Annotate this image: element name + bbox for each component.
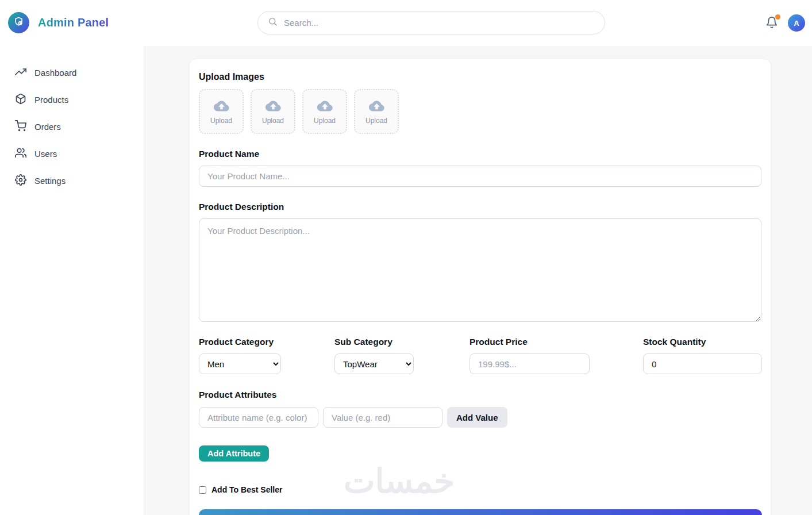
- add-product-card: Upload Images Upload Upload: [190, 59, 771, 515]
- upload-slot-label: Upload: [365, 117, 387, 125]
- search-icon: [268, 17, 278, 29]
- upload-slot-1[interactable]: Upload: [199, 89, 244, 134]
- cloud-upload-icon: [265, 98, 281, 116]
- trending-up-icon: [15, 66, 26, 79]
- category-price-row: Product Category Men Sub Category TopWea…: [199, 337, 761, 374]
- attribute-value-input[interactable]: [323, 407, 442, 428]
- upload-slot-4[interactable]: Upload: [354, 89, 399, 134]
- sub-category-label: Sub Category: [334, 337, 470, 347]
- cloud-upload-icon: [317, 98, 333, 116]
- upload-images-heading: Upload Images: [199, 72, 761, 82]
- upload-slot-label: Upload: [210, 117, 232, 125]
- users-icon: [15, 147, 26, 160]
- cloud-upload-icon: [369, 98, 384, 116]
- best-seller-checkbox[interactable]: [199, 486, 206, 494]
- stock-quantity-label: Stock Quantity: [643, 337, 762, 347]
- cart-icon: [15, 120, 26, 133]
- main-content: Upload Images Upload Upload: [144, 46, 812, 515]
- notification-badge: [775, 14, 780, 20]
- bell-icon: [765, 21, 778, 30]
- logo-icon: [13, 16, 24, 29]
- search-input[interactable]: [284, 18, 595, 28]
- product-price-label: Product Price: [470, 337, 643, 347]
- add-value-button[interactable]: Add Value: [447, 407, 507, 428]
- product-name-label: Product Name: [199, 149, 761, 159]
- gear-icon: [15, 174, 26, 187]
- sub-category-select[interactable]: TopWear: [334, 353, 414, 374]
- sidebar-item-products[interactable]: Products: [0, 88, 144, 111]
- notifications-button[interactable]: [765, 16, 779, 30]
- package-icon: [15, 93, 26, 106]
- submit-product-button[interactable]: [199, 509, 762, 515]
- product-category-select[interactable]: Men: [199, 353, 281, 374]
- search-bar[interactable]: [257, 11, 605, 34]
- product-price-input[interactable]: [470, 353, 590, 374]
- upload-slot-2[interactable]: Upload: [251, 89, 295, 134]
- best-seller-label: Add To Best Seller: [211, 485, 282, 494]
- brand: Admin Panel: [8, 12, 109, 33]
- upload-slots: Upload Upload Upload: [199, 89, 761, 134]
- upload-slot-label: Upload: [314, 117, 336, 125]
- attribute-input-row: Add Value: [199, 407, 761, 428]
- sidebar-item-orders[interactable]: Orders: [0, 115, 144, 138]
- cloud-upload-icon: [214, 98, 229, 116]
- product-attributes-label: Product Attributes: [199, 390, 761, 400]
- add-attribute-button[interactable]: Add Attribute: [199, 445, 269, 462]
- sidebar-item-label: Users: [34, 149, 57, 159]
- app-logo[interactable]: [8, 12, 29, 33]
- sidebar-item-dashboard[interactable]: Dashboard: [0, 61, 144, 84]
- avatar[interactable]: A: [788, 14, 805, 32]
- product-category-label: Product Category: [199, 337, 334, 347]
- sidebar: Dashboard Products Orders: [0, 46, 144, 515]
- product-name-input[interactable]: [199, 166, 761, 187]
- sidebar-item-label: Settings: [34, 176, 66, 186]
- product-description-label: Product Description: [199, 202, 761, 212]
- sidebar-item-settings[interactable]: Settings: [0, 169, 144, 192]
- sidebar-item-label: Dashboard: [34, 68, 76, 78]
- attribute-name-input[interactable]: [199, 407, 318, 428]
- top-header: Admin Panel A: [0, 0, 812, 46]
- best-seller-row: Add To Best Seller: [199, 485, 761, 494]
- product-description-textarea[interactable]: [199, 218, 761, 322]
- sidebar-item-label: Products: [34, 95, 68, 105]
- upload-slot-label: Upload: [262, 117, 284, 125]
- watermark: خمسات: [344, 462, 455, 501]
- page-title: Admin Panel: [38, 16, 109, 29]
- upload-slot-3[interactable]: Upload: [302, 89, 347, 134]
- sidebar-item-label: Orders: [34, 122, 61, 132]
- sidebar-item-users[interactable]: Users: [0, 142, 144, 165]
- stock-quantity-input[interactable]: [643, 353, 762, 374]
